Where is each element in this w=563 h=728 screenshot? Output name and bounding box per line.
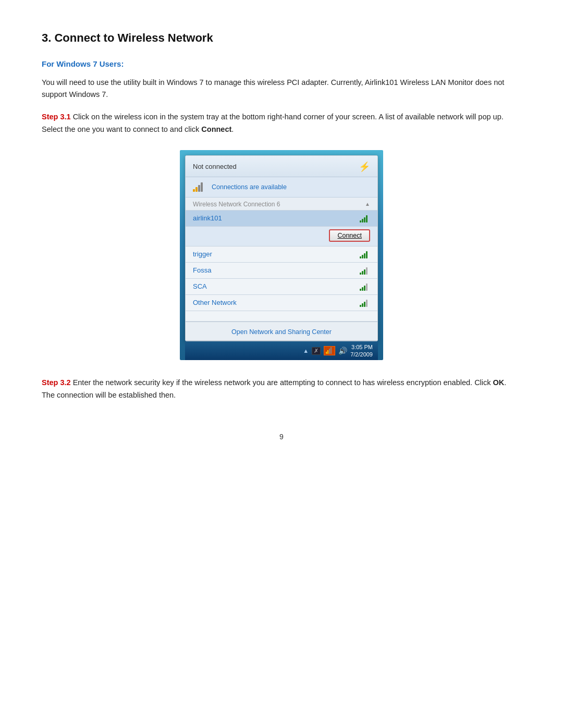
network-name-trigger: trigger [193, 250, 212, 258]
svg-rect-3 [331, 347, 332, 354]
section-subtitle: For Windows 7 Users: [42, 59, 521, 68]
taskbar: ▲ ✗ 🔊 3:05 PM 7/2/2009 [185, 341, 378, 361]
spacer-area [186, 311, 377, 322]
svg-rect-2 [329, 349, 330, 354]
screenshot-outer: Not connected ⚡ Connections are availabl… [180, 150, 383, 361]
network-name-airlink101: airlink101 [193, 214, 222, 222]
network-item-airlink101[interactable]: airlink101 [186, 211, 377, 227]
screenshot-container: Not connected ⚡ Connections are availabl… [42, 150, 521, 361]
connections-available-row: Connections are available [186, 177, 377, 198]
step-3-1-connect-bold: Connect [201, 125, 231, 133]
network-name-fossa: Fossa [193, 266, 211, 274]
step-3-1-block: Step 3.1 Click on the wireless icon in t… [42, 111, 521, 135]
network-name-sca: SCA [193, 282, 207, 290]
step-3-2-label: Step 3.2 [42, 378, 71, 387]
connections-available-text: Connections are available [212, 183, 287, 191]
step-3-1-text: Click on the wireless icon in the system… [42, 113, 504, 133]
signal-icon-fossa [360, 266, 370, 275]
taskbar-clock: 3:05 PM 7/2/2009 [350, 343, 373, 359]
svg-rect-0 [326, 352, 327, 354]
taskbar-arrow: ▲ [303, 348, 309, 354]
network-name-other: Other Network [193, 299, 237, 306]
connect-btn-row: Connect [186, 227, 377, 246]
svg-rect-1 [327, 350, 328, 354]
taskbar-wifi-icon [324, 346, 335, 355]
network-item-sca[interactable]: SCA [186, 279, 377, 295]
popup-panel: Not connected ⚡ Connections are availabl… [185, 155, 378, 341]
signal-icon-trigger [360, 250, 370, 258]
step-3-2-text: Enter the network security key if the wi… [71, 378, 493, 387]
taskbar-x-icon: ✗ [312, 347, 321, 355]
step-3-2-ok-bold: OK [493, 378, 505, 387]
step-3-1-label: Step 3.1 [42, 113, 71, 121]
open-network-center-row[interactable]: Open Network and Sharing Center [186, 322, 377, 341]
conn-icon-wrap [193, 181, 207, 193]
expand-icon: ▲ [365, 201, 370, 207]
network-item-other[interactable]: Other Network [186, 295, 377, 311]
section-header-text: Wireless Network Connection 6 [193, 201, 280, 208]
signal-icon-other [360, 299, 370, 307]
signal-icon-sca [360, 282, 370, 291]
popup-header: Not connected ⚡ [186, 156, 377, 177]
network-item-trigger[interactable]: trigger [186, 246, 377, 263]
taskbar-sound-icon: 🔊 [338, 347, 347, 355]
connect-button[interactable]: Connect [329, 229, 370, 242]
page-title: 3. Connect to Wireless Network [42, 31, 521, 45]
network-item-fossa[interactable]: Fossa [186, 263, 377, 279]
open-network-center-text: Open Network and Sharing Center [231, 328, 332, 336]
step-3-1-end: . [231, 125, 234, 133]
signal-icon-airlink101 [360, 214, 370, 223]
section-header-row: Wireless Network Connection 6 ▲ [186, 198, 377, 211]
page-number: 9 [42, 433, 521, 441]
wifi-arrow-icon: ⚡ [359, 161, 370, 172]
intro-text: You will need to use the utility built i… [42, 77, 521, 101]
not-connected-label: Not connected [193, 163, 237, 170]
step-3-2-block: Step 3.2 Enter the network security key … [42, 377, 521, 401]
